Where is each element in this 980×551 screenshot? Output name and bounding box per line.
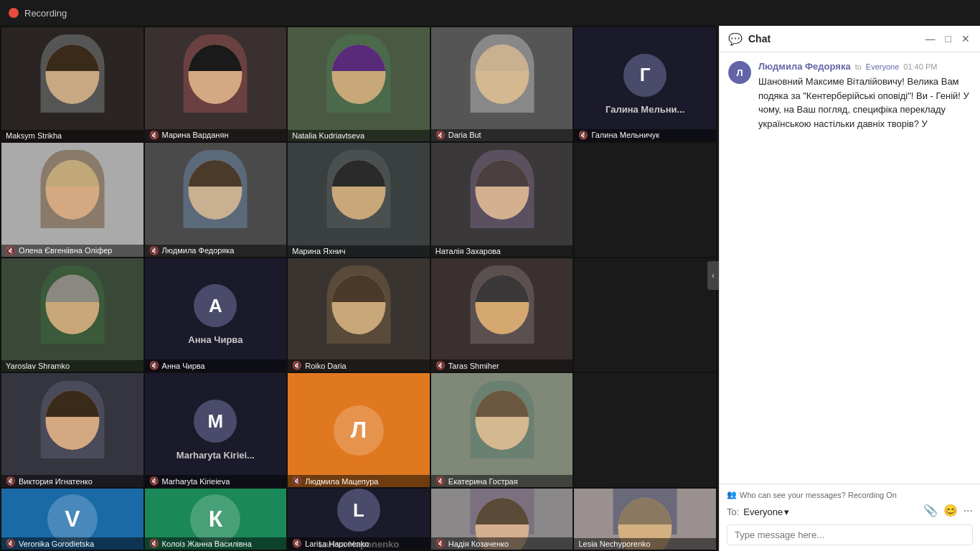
top-bar: Recording [0,0,980,26]
mute-icon: 🔇 [578,131,588,140]
message-body: Шановний Максиме Віталійовичу! Велика Ва… [758,75,971,131]
participant-name: 🔇Taras Shmiher [431,359,573,372]
participant-name: 🔇Marharyta Kirieieva [145,475,287,487]
message-to-everyone: Everyone [866,62,899,71]
video-tile[interactable]: 🔇Екатерина Гострая [431,373,573,487]
chat-panel: 💬 Chat — □ ✕ Л Людмила Федоряка to Every… [719,26,980,551]
mute-icon: 🔇 [435,539,446,548]
chat-header: 💬 Chat — □ ✕ [720,26,980,52]
close-button[interactable]: ✕ [960,32,971,46]
message-group: Л Людмила Федоряка to Everyone 01:40 PM … [728,61,971,131]
video-tile[interactable]: Natalia Kudriavtseva [288,27,430,141]
video-grid: Maksym Strikha 🔇Марина Варданян Natalia … [0,26,717,551]
to-row: To: Everyone ▾ 📎 😊 ··· [727,504,973,520]
participant-name: 🔇Анна Чирва [145,359,287,372]
mute-icon: 🔇 [292,476,302,486]
participant-name: 🔇Надія Козаченко [431,537,573,550]
video-tile[interactable]: Г Галина Мельни... 🔇Галина Мельничук [574,27,716,141]
to-label: To: [727,507,739,517]
participant-name: 🔇Марина Варданян [145,129,287,141]
message-to-label: to [855,62,862,71]
mute-icon: 🔇 [6,246,16,255]
participant-name: Yaroslav Shramko [1,360,143,372]
video-tile[interactable] [574,143,716,257]
chat-window-controls: — □ ✕ [924,32,971,46]
video-tile[interactable]: 🔇Daria But [431,27,573,141]
video-tile[interactable]: 🔇Надія Козаченко [431,489,573,550]
participant-name: 🔇Daria But [431,129,573,141]
attach-icon[interactable]: 📎 [923,504,938,517]
participant-name: 🔇Roiko Daria [288,359,430,372]
mute-icon: 🔇 [149,131,159,140]
message-input-row [727,524,973,545]
participant-name: 🔇Галина Мельничук [574,129,716,141]
participant-name: Lesia Nechyporenko [574,538,716,550]
chat-footer: 👥 Who can see your messages? Recording O… [720,484,980,551]
video-tile[interactable]: 🔇Марина Варданян [145,27,287,141]
recording-indicator [9,8,19,18]
video-tile[interactable]: Maksym Strikha [1,27,143,141]
maximize-button[interactable]: □ [944,32,953,46]
chat-messages: Л Людмила Федоряка to Everyone 01:40 PM … [720,52,980,484]
video-tile[interactable]: M Marharyta Kiriei... 🔇Marharyta Kirieie… [145,373,287,487]
more-options-icon[interactable]: ··· [963,504,973,517]
message-content: Людмила Федоряка to Everyone 01:40 PM Ша… [758,61,971,131]
mute-icon: 🔇 [149,539,159,548]
video-tile[interactable]: 🔇Виктория Игнатенко [1,373,143,487]
video-tile[interactable]: 🔇Людмила Федоряка [145,143,287,257]
mute-icon: 🔇 [292,539,302,548]
mute-icon: 🔇 [292,361,302,370]
minimize-button[interactable]: — [924,32,937,46]
video-tile[interactable]: К 🔇Колоіз Жанна Василівна [145,489,287,550]
video-tile[interactable]: Yaroslav Shramko [1,258,143,372]
mute-icon: 🔇 [149,361,159,370]
video-tile[interactable]: Наталія Захарова [431,143,573,257]
chat-icon: 💬 [728,32,743,46]
participant-name: Maksym Strikha [1,130,143,141]
video-tile[interactable]: Lesia Nechyporenko [574,489,716,550]
participant-name: 🔇Veronika Gorodietska [1,537,143,550]
mute-icon: 🔇 [435,361,446,370]
video-tile[interactable]: А Анна Чирва 🔇Анна Чирва [145,258,287,372]
participant-name: Марина Яхнич [288,245,430,257]
participant-name: 🔇Олена Євгеніівна Оліфер [1,245,143,257]
people-icon: 👥 [727,490,737,499]
mute-icon: 🔇 [149,476,159,486]
emoji-icon[interactable]: 😊 [943,504,958,517]
message-sender-avatar: Л [728,61,751,84]
chat-title: Chat [748,33,918,44]
recipient-selector[interactable]: Everyone ▾ [743,507,789,517]
video-tile[interactable]: L Larisa Haponenko 🔇Larisa Haponenko [288,489,430,550]
recording-label: Recording [24,8,67,19]
video-tile[interactable]: Л 🔇Людмила Мацепура [288,373,430,487]
message-sender-name[interactable]: Людмила Федоряка [758,61,851,72]
participant-name: 🔇Larisa Haponenko [288,537,430,550]
participant-name: 🔇Колоіз Жанна Василівна [145,537,287,550]
panel-toggle-button[interactable]: ‹ [707,261,719,290]
participant-name: 🔇Людмила Федоряка [145,245,287,257]
participant-name: 🔇Людмила Мацепура [288,475,430,487]
mute-icon: 🔇 [149,246,159,255]
message-input[interactable] [735,529,965,540]
video-tile[interactable]: V 🔇Veronika Gorodietska [1,489,143,550]
participant-name: Natalia Kudriavtseva [288,130,430,141]
message-header: Людмила Федоряка to Everyone 01:40 PM [758,61,971,72]
participant-name: 🔇Виктория Игнатенко [1,475,143,487]
video-tile[interactable]: 🔇Roiko Daria [288,258,430,372]
video-tile[interactable]: Марина Яхнич [288,143,430,257]
mute-icon: 🔇 [435,131,446,140]
chat-action-buttons: 📎 😊 ··· [793,504,973,517]
participant-name: Наталія Захарова [431,245,573,257]
video-tile[interactable] [574,373,716,487]
mute-icon: 🔇 [435,476,446,486]
video-tile[interactable] [574,258,716,372]
video-tile[interactable]: 🔇Олена Євгеніівна Оліфер [1,143,143,257]
mute-icon: 🔇 [6,476,16,486]
video-tile[interactable]: 🔇Taras Shmiher [431,258,573,372]
message-timestamp: 01:40 PM [903,62,937,71]
recording-note: 👥 Who can see your messages? Recording O… [727,490,973,499]
participant-name: 🔇Екатерина Гострая [431,475,573,487]
mute-icon: 🔇 [6,539,16,548]
